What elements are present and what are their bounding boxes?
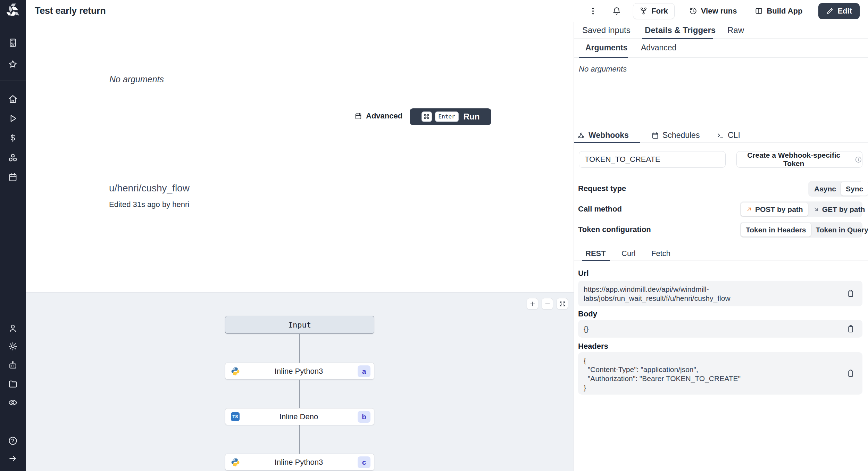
calendar-icon xyxy=(354,112,362,120)
clipboard-icon xyxy=(846,369,855,378)
headers-label: Headers xyxy=(578,342,608,351)
trigger-tabs: Webhooks Schedules CLI xyxy=(574,127,868,143)
get-by-path-option[interactable]: GET by path xyxy=(808,203,868,216)
active-trigger-underline xyxy=(574,142,640,143)
body-label: Body xyxy=(578,309,597,319)
bell-icon[interactable] xyxy=(612,7,621,16)
token-in-headers-option[interactable]: Token in Headers xyxy=(741,223,811,237)
clipboard-icon xyxy=(846,289,855,298)
body-value-box: {} xyxy=(578,320,862,338)
cli-label: CLI xyxy=(728,131,740,140)
dollar-icon[interactable] xyxy=(8,133,18,143)
terminal-icon xyxy=(717,132,724,139)
subtab-arguments[interactable]: Arguments xyxy=(585,43,627,52)
star-icon[interactable] xyxy=(8,59,18,69)
tab-saved-inputs[interactable]: Saved inputs xyxy=(582,25,631,35)
tab-webhooks[interactable]: Webhooks xyxy=(577,131,629,140)
tab-fetch[interactable]: Fetch xyxy=(651,249,670,258)
node-badge: b xyxy=(358,411,370,423)
sync-option[interactable]: Sync xyxy=(841,182,868,196)
copy-body-button[interactable] xyxy=(846,324,855,333)
flow-node-b[interactable]: TS Inline Deno b xyxy=(225,408,374,425)
request-type-label: Request type xyxy=(578,184,626,193)
gear-icon[interactable] xyxy=(8,341,18,351)
headers-line-1: { xyxy=(584,356,838,365)
tab-details-triggers[interactable]: Details & Triggers xyxy=(645,25,716,35)
flow-input-node[interactable]: Input xyxy=(225,316,374,334)
more-menu-icon[interactable] xyxy=(589,7,598,16)
tab-raw[interactable]: Raw xyxy=(727,25,744,35)
typescript-icon: TS xyxy=(231,412,240,421)
code-example-tabs: REST Curl Fetch xyxy=(574,247,868,261)
windmill-logo-icon[interactable] xyxy=(6,3,20,18)
python-icon xyxy=(231,367,240,376)
node-badge: a xyxy=(358,365,370,377)
tab-rest[interactable]: REST xyxy=(585,249,606,258)
panel-subtabs: Arguments Advanced xyxy=(574,39,868,58)
schedules-label: Schedules xyxy=(662,131,700,140)
cmd-key-icon xyxy=(422,111,432,122)
zoom-out-button[interactable] xyxy=(542,298,553,309)
body-value: {} xyxy=(584,324,589,333)
arrow-right-icon[interactable] xyxy=(8,454,18,463)
active-code-tab-underline xyxy=(582,260,610,261)
edit-button[interactable]: Edit xyxy=(818,3,860,19)
flow-node-c[interactable]: Inline Python3 c xyxy=(225,454,374,471)
topbar: Test early return Fork View runs Build A… xyxy=(26,0,868,22)
tab-cli[interactable]: CLI xyxy=(717,131,740,140)
webhook-token-input[interactable] xyxy=(579,151,726,168)
user-icon[interactable] xyxy=(8,323,18,333)
play-icon[interactable] xyxy=(8,114,18,123)
headers-line-2: "Content-Type": "application/json", xyxy=(584,365,838,374)
panel-tabs: Saved inputs Details & Triggers Raw xyxy=(574,22,868,39)
copy-url-button[interactable] xyxy=(846,289,855,298)
home-icon[interactable] xyxy=(8,94,18,104)
request-type-toggle: Async Sync xyxy=(808,181,862,197)
flow-canvas[interactable]: Input Inline Python3 a TS Inline Deno b xyxy=(26,292,574,471)
token-configuration-toggle: Token in Headers Token in Query xyxy=(740,222,862,238)
python-icon xyxy=(231,458,240,467)
expand-icon xyxy=(559,300,566,307)
async-option[interactable]: Async xyxy=(809,182,841,196)
url-line-1: https://app.windmill.dev/api/w/windmill- xyxy=(584,285,838,294)
flow-path: u/henri/cushy_flow xyxy=(109,183,190,194)
robot-icon[interactable] xyxy=(8,360,18,370)
sidebar-divider xyxy=(0,81,26,81)
token-configuration-label: Token configuration xyxy=(578,225,651,234)
fit-view-button[interactable] xyxy=(557,298,568,309)
run-pane: No arguments Advanced Enter Run u/henri/… xyxy=(26,22,574,292)
tab-curl[interactable]: Curl xyxy=(621,249,635,258)
run-button[interactable]: Enter Run xyxy=(410,108,491,125)
eye-icon[interactable] xyxy=(8,398,18,407)
node-label: Inline Deno xyxy=(240,412,358,421)
fork-button[interactable]: Fork xyxy=(633,3,675,19)
advanced-button[interactable]: Advanced xyxy=(354,111,402,121)
url-label: Url xyxy=(578,269,589,278)
token-in-query-option[interactable]: Token in Query xyxy=(811,223,868,237)
flow-edge xyxy=(299,327,300,466)
webhook-icon xyxy=(577,132,585,139)
arrow-up-right-icon xyxy=(746,206,752,213)
subtab-advanced[interactable]: Advanced xyxy=(641,43,676,52)
call-method-label: Call method xyxy=(578,205,622,214)
tab-schedules[interactable]: Schedules xyxy=(651,131,700,140)
flow-node-a[interactable]: Inline Python3 a xyxy=(225,363,374,380)
plus-icon xyxy=(529,300,536,307)
edit-label: Edit xyxy=(837,7,852,16)
post-by-path-option[interactable]: POST by path xyxy=(741,203,808,216)
panel-no-arguments-text: No arguments xyxy=(579,65,627,74)
cubes-icon[interactable] xyxy=(8,153,18,163)
create-webhook-token-button[interactable]: Create a Webhook-specific Token xyxy=(736,151,862,168)
topbar-actions: Fork View runs Build App Edit xyxy=(589,3,868,19)
help-icon[interactable] xyxy=(8,436,18,446)
advanced-label: Advanced xyxy=(366,111,402,121)
build-app-button[interactable]: Build App xyxy=(755,7,802,16)
copy-headers-button[interactable] xyxy=(846,369,855,378)
view-runs-button[interactable]: View runs xyxy=(689,7,737,16)
minus-icon xyxy=(544,300,551,307)
calendar-icon[interactable] xyxy=(8,172,18,182)
zoom-in-button[interactable] xyxy=(527,298,538,309)
active-subtab-underline xyxy=(579,57,628,58)
folder-icon[interactable] xyxy=(8,379,18,389)
building-icon[interactable] xyxy=(8,38,18,48)
